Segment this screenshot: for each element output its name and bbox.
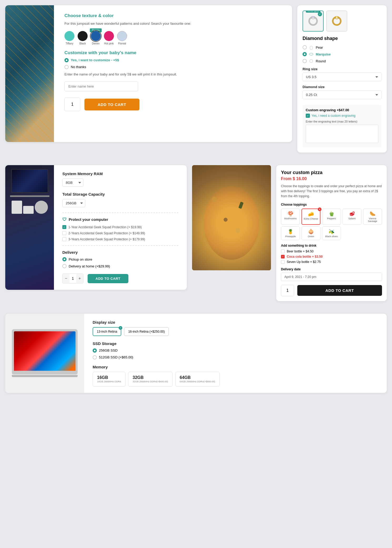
- diamond-size-select[interactable]: 0.25 Ct 0.50 Ct 0.75 Ct: [303, 90, 381, 99]
- pear-option[interactable]: Pear: [303, 45, 381, 50]
- delivery-date-label: Delivery date: [281, 267, 382, 271]
- color-denim[interactable]: Denim Denim: [91, 31, 101, 45]
- topping-extracheese[interactable]: ● 🧀 Extra Cheese: [301, 209, 320, 225]
- laptop-keyboard: [10, 195, 49, 197]
- topping-mushrooms[interactable]: 🍄 Mushrooms: [281, 209, 300, 225]
- color-black[interactable]: Black: [78, 31, 88, 45]
- ssd-512-option[interactable]: 512GB SSD (+$65.00): [93, 355, 378, 359]
- tiffany-swatch[interactable]: [64, 31, 74, 41]
- small-device-1: [12, 201, 22, 214]
- marquise-radio[interactable]: [303, 52, 307, 56]
- sevenup-checkbox[interactable]: [281, 260, 285, 264]
- round-option[interactable]: Round: [303, 59, 381, 63]
- display-16-option[interactable]: 16-inch Retina (+$250.00): [124, 327, 169, 336]
- storage-select[interactable]: 256GB 512GB 1TB: [62, 199, 85, 207]
- yes-customize-option[interactable]: Yes, i want to customize - +5$: [64, 58, 282, 62]
- baby-name-input[interactable]: [64, 82, 138, 91]
- yes-customize-radio[interactable]: [64, 58, 69, 62]
- delivery-label: Delivery: [62, 250, 178, 255]
- engraving-checkbox[interactable]: ✓: [306, 114, 310, 118]
- ring-images: White gold ✓: [303, 11, 381, 32]
- hotpink-swatch[interactable]: [104, 31, 114, 41]
- pickup-radio[interactable]: [62, 257, 67, 261]
- computer-add-to-cart-button[interactable]: ADD TO CART: [88, 274, 128, 283]
- ring-size-select[interactable]: US 3.5 US 4 US 4.5 US 5: [303, 73, 381, 81]
- memory-32-option[interactable]: 32GB 32GB 2666MHz DDR4(+$400.00): [128, 372, 173, 387]
- protection-2-checkbox[interactable]: [62, 231, 66, 235]
- yellow-gold-option[interactable]: [326, 11, 347, 32]
- white-gold-option[interactable]: White gold ✓: [303, 11, 324, 32]
- delivery-date-input[interactable]: [281, 273, 382, 281]
- beer-option[interactable]: Beer bottle + $4.50: [281, 250, 382, 253]
- computer-cart-row: − 1 + ADD TO CART: [62, 273, 178, 283]
- tiffany-label: Tiffany: [66, 42, 73, 45]
- ssd-256-option[interactable]: 256GB SSD: [93, 348, 378, 353]
- coca-option[interactable]: ✓ Coca cola bottle + $3.50: [281, 255, 382, 258]
- sevenup-option[interactable]: Seven Up bottle + $2.75: [281, 260, 382, 264]
- memory-32-gb: 32GB: [133, 375, 168, 380]
- ssd-512-radio[interactable]: [93, 355, 97, 359]
- macbook-base: [12, 371, 78, 374]
- floreal-swatch[interactable]: [117, 31, 127, 41]
- topping-pineapple[interactable]: 🍍 Pineapple: [281, 226, 300, 240]
- display-16-label: 16-inch Retina (+$250.00): [128, 330, 165, 333]
- topping-onion[interactable]: 🧅 Onion: [301, 226, 320, 240]
- topping-visual-3: [235, 228, 240, 233]
- ssd-256-radio[interactable]: [93, 348, 97, 353]
- black-label: Black: [79, 42, 86, 45]
- pizza-image-container: [192, 165, 271, 307]
- denim-swatch[interactable]: [91, 31, 101, 41]
- macbook-keyboard: [12, 375, 78, 377]
- coca-label: Coca cola bottle + $3.50: [287, 255, 323, 258]
- quantity-box[interactable]: 1: [64, 98, 80, 111]
- no-thanks-option[interactable]: No thanks: [64, 65, 282, 69]
- macbook-screen-outer: [12, 329, 78, 371]
- black-swatch[interactable]: [78, 31, 88, 41]
- ram-select[interactable]: 4GB 8GB 16GB 32GB: [62, 179, 83, 187]
- peppers-label: Peppers: [327, 217, 336, 220]
- computer-qty-stepper[interactable]: − 1 +: [62, 273, 83, 283]
- topping-vienna[interactable]: 🌭 Vienna Sausage: [363, 209, 382, 225]
- protection-3-row[interactable]: 3-Years Accidental Geek Squad Protection…: [62, 237, 178, 241]
- pickup-label: Pickup on store: [69, 257, 92, 261]
- svg-point-5: [336, 16, 338, 18]
- qty-minus-button[interactable]: −: [63, 274, 69, 283]
- color-floreal[interactable]: Floreal: [117, 31, 127, 45]
- memory-16-option[interactable]: 16GB 16GB 2666MHz DDR4: [93, 372, 125, 387]
- add-to-cart-row: 1 ADD TO CART: [64, 98, 282, 111]
- topping-salami[interactable]: 🥩 Salami: [343, 209, 361, 225]
- delivery-home-option[interactable]: Delivery at home (+$29.99): [62, 264, 178, 268]
- pizza-qty-box[interactable]: 1: [281, 285, 294, 296]
- blackolives-label: Black olives: [325, 235, 338, 238]
- marquise-option[interactable]: Marquise: [303, 52, 381, 57]
- memory-64-option[interactable]: 64GB 64GB 2666MHz DDR4(+$800.00): [175, 372, 220, 387]
- engraving-textarea[interactable]: [306, 125, 378, 143]
- beer-checkbox[interactable]: [281, 250, 285, 253]
- jumpsuit-card: Choose texture & color For this jumpsuit…: [5, 5, 292, 142]
- customize-section: Customize with your baby's name Yes, i w…: [64, 50, 282, 92]
- pizza-visual: [192, 165, 271, 270]
- protection-1-checkbox[interactable]: ✓: [62, 225, 66, 229]
- color-hotpink[interactable]: Hot pink: [104, 31, 114, 45]
- delivery-home-radio[interactable]: [62, 264, 67, 268]
- protection-1-row[interactable]: ✓ 1-Year Accidental Geek Squad Protectio…: [62, 225, 178, 229]
- topping-peppers[interactable]: 🫑 Peppers: [322, 209, 341, 225]
- no-thanks-radio[interactable]: [64, 65, 69, 69]
- protection-3-checkbox[interactable]: [62, 237, 66, 241]
- color-tiffany[interactable]: Tiffany: [64, 31, 74, 45]
- engraving-check-row[interactable]: ✓ Yes, i need a custom engraving: [306, 114, 378, 118]
- memory-64-desc: 64GB 2666MHz DDR4(+$800.00): [180, 380, 215, 383]
- pickup-option[interactable]: Pickup on store: [62, 257, 178, 261]
- round-radio[interactable]: [303, 59, 307, 63]
- display-13-option[interactable]: ✓ 13-inch Retina: [93, 327, 121, 336]
- topping-blackolives[interactable]: 🫒 Black olives: [322, 226, 341, 240]
- add-to-cart-button[interactable]: ADD TO CART: [84, 99, 139, 110]
- coca-checkbox[interactable]: ✓: [281, 255, 285, 258]
- laptop-screen: [11, 169, 48, 193]
- qty-plus-button[interactable]: +: [76, 274, 83, 283]
- pear-radio[interactable]: [303, 45, 307, 49]
- topping-visual-2: [224, 218, 228, 222]
- protection-2-row[interactable]: 2-Years Accidental Geek Squad Protection…: [62, 231, 178, 235]
- pizza-add-to-cart-button[interactable]: ADD TO CART: [297, 285, 382, 296]
- onion-icon: 🧅: [303, 229, 319, 235]
